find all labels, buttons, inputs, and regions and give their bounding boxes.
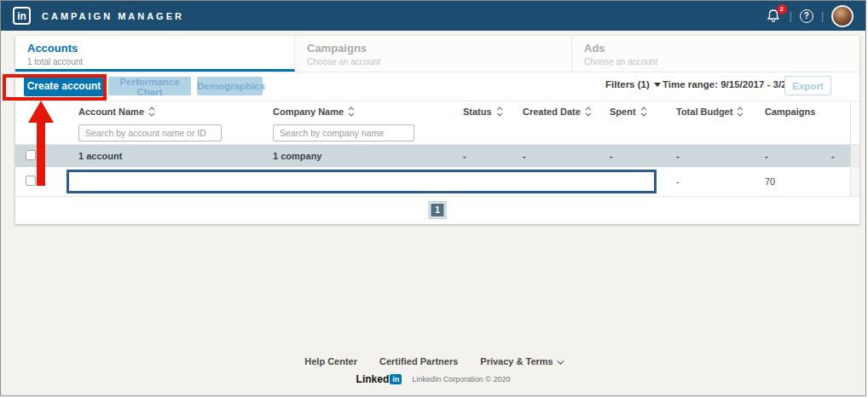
copyright-text: LinkedIn Corporation © 2020 (412, 375, 510, 384)
sort-icon (148, 107, 155, 117)
pagination-page-1[interactable]: 1 (429, 201, 447, 219)
row-campaigns: 70 (755, 176, 821, 187)
filters-label: Filters (1) (605, 79, 650, 89)
column-header-status[interactable]: Status (453, 107, 512, 117)
top-nav: in CAMPAIGN MANAGER 2 | ? | (1, 1, 865, 31)
table-search-row (15, 122, 859, 145)
tab-sublabel: Choose an account (307, 57, 571, 66)
export-button[interactable]: Export (784, 76, 831, 95)
table-row[interactable]: - 70 (15, 167, 859, 197)
chevron-down-icon (557, 357, 564, 364)
campaign-manager-screen: in CAMPAIGN MANAGER 2 | ? | Accounts 1 t… (0, 0, 866, 396)
tab-label: Accounts (27, 42, 294, 55)
column-label: Created Date (523, 107, 581, 117)
privacy-terms-label: Privacy & Terms (480, 356, 553, 366)
help-icon[interactable]: ? (800, 9, 813, 23)
select-all-checkbox[interactable] (26, 150, 36, 160)
column-header-account-name[interactable]: Account Name (67, 107, 261, 117)
app-title: CAMPAIGN MANAGER (42, 11, 184, 21)
footer-links: Help Center Certified Partners Privacy &… (1, 356, 865, 366)
tab-ads[interactable]: Ads Choose an account (572, 36, 859, 72)
sort-icon (737, 107, 744, 117)
summary-created-date: - (512, 151, 599, 161)
sort-icon (496, 107, 503, 117)
sort-icon (348, 107, 355, 117)
column-label: Spent (610, 107, 636, 117)
accounts-card: Accounts 1 total account Campaigns Choos… (15, 36, 859, 224)
column-label: Total Budget (676, 107, 732, 117)
footer-link-privacy-terms[interactable]: Privacy & Terms (480, 356, 561, 366)
notification-badge: 2 (777, 4, 787, 14)
row-checkbox[interactable] (26, 176, 36, 186)
demographics-button[interactable]: Demographics (197, 77, 263, 95)
table-header-row: Account Name Company Name Status Created… (15, 101, 859, 122)
chevron-down-icon (654, 83, 661, 87)
column-label: Status (463, 107, 492, 117)
summary-spent: - (599, 151, 666, 161)
column-header-campaigns: Campaigns (755, 107, 821, 117)
summary-total-budget: - (666, 151, 755, 161)
search-company-input[interactable] (273, 124, 414, 141)
column-header-created-date[interactable]: Created Date (512, 107, 599, 117)
footer-link-certified-partners[interactable]: Certified Partners (379, 356, 458, 366)
column-header-spent[interactable]: Spent (599, 107, 666, 117)
tab-sublabel: 1 total account (27, 57, 294, 66)
summary-company-count: 1 company (261, 151, 453, 161)
tab-label: Campaigns (307, 42, 571, 55)
sort-icon (640, 107, 647, 117)
column-header-total-budget[interactable]: Total Budget (666, 107, 755, 117)
filters-dropdown[interactable]: Filters (1) (605, 79, 661, 89)
tab-sublabel: Choose an account (584, 57, 859, 66)
tab-campaigns[interactable]: Campaigns Choose an account (295, 36, 572, 72)
column-label: Company Name (273, 107, 344, 117)
redaction-box (67, 170, 657, 193)
column-header-company-name[interactable]: Company Name (261, 107, 453, 117)
linkedin-in-icon: in (390, 374, 402, 384)
accounts-table: Account Name Company Name Status Created… (15, 101, 859, 197)
footer-logo-row: Linked in LinkedIn Corporation © 2020 (1, 373, 865, 385)
column-label: Account Name (78, 107, 144, 117)
tab-accounts[interactable]: Accounts 1 total account (15, 36, 295, 72)
linkedin-wordmark: Linked (356, 373, 390, 385)
row-total-budget: - (666, 176, 755, 187)
user-avatar[interactable] (831, 5, 854, 27)
tab-bar: Accounts 1 total account Campaigns Choos… (15, 36, 859, 72)
footer-link-help-center[interactable]: Help Center (304, 356, 357, 366)
create-account-button[interactable]: Create account (24, 76, 104, 96)
page-number: 1 (431, 204, 444, 216)
linkedin-logo-icon[interactable]: in (13, 7, 31, 25)
sort-icon (585, 107, 592, 117)
summary-account-count: 1 account (67, 151, 261, 161)
summary-campaigns: - (755, 151, 821, 161)
column-label: Campaigns (765, 107, 815, 117)
summary-status: - (453, 151, 512, 161)
performance-chart-button[interactable]: Performance Chart (108, 77, 191, 95)
divider: | (821, 10, 824, 22)
divider: | (790, 10, 792, 22)
table-summary-row: 1 account 1 company - - - - - - (15, 145, 859, 167)
tab-label: Ads (584, 42, 859, 55)
summary-extra: - (821, 151, 850, 161)
notifications-button[interactable]: 2 (765, 8, 782, 25)
search-account-input[interactable] (78, 124, 222, 141)
